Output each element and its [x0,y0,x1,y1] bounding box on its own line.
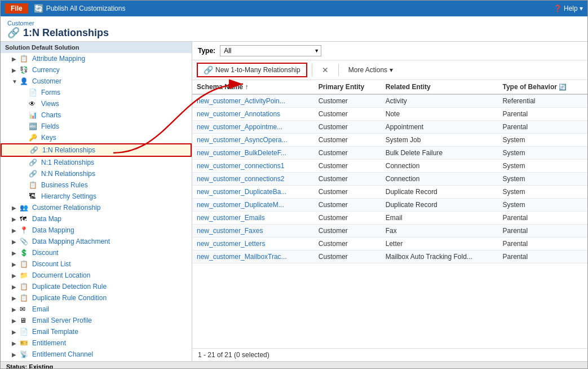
type-select-wrapper: All Custom Customizable Standard [220,45,321,56]
sidebar-item-duplicate-detection-rule[interactable]: ▶ 📋 Duplicate Detection Rule [1,281,192,292]
cell-schema-name[interactable]: new_customer_connections2 [192,173,314,186]
sidebar-item-attr-mapping[interactable]: ▶ 📋 Attribute Mapping [1,53,192,64]
sidebar-item-forms[interactable]: 📄 Forms [1,87,192,98]
cell-schema-name[interactable]: new_customer_Emails [192,212,314,225]
sidebar-item-label: Hierarchy Settings [41,192,96,200]
item-icon: 💲 [20,249,30,257]
table-row[interactable]: new_customer_Faxes Customer Fax Parental [192,225,587,238]
sidebar-item-document-location[interactable]: ▶ 📁 Document Location [1,270,192,281]
table-row[interactable]: new_customer_connections1 Customer Conne… [192,160,587,173]
cell-type-of-behavior: Parental [498,108,587,121]
sidebar-item-entitlement[interactable]: ▶ 🎫 Entitlement [1,337,192,349]
sidebar-item-customer-relationship[interactable]: ▶ 👥 Customer Relationship [1,202,192,213]
col-schema-name[interactable]: Schema Name ↑ [192,80,314,94]
table-row[interactable]: new_customer_DuplicateBa... Customer Dup… [192,186,587,199]
content-area: Type: All Custom Customizable Standard 🔗… [192,42,587,361]
table-row[interactable]: new_customer_Letters Customer Letter Par… [192,238,587,251]
expand-icon [22,147,30,153]
cell-related-entity: Duplicate Record [381,199,498,212]
sidebar-item-keys[interactable]: 🔑 Keys [1,132,192,143]
more-actions-button[interactable]: More Actions ▾ [343,64,398,76]
item-icon: 📋 [20,260,30,268]
new-relationship-button[interactable]: 🔗 New 1-to-Many Relationship [197,63,307,77]
sidebar-item-email[interactable]: ▶ ✉ Email [1,304,192,315]
relationships-table-area: Schema Name ↑ Primary Entity Related Ent… [192,80,587,348]
table-row[interactable]: new_customer_ActivityPoin... Customer Ac… [192,94,587,108]
cell-schema-name[interactable]: new_customer_DuplicateBa... [192,186,314,199]
cell-schema-name[interactable]: new_customer_MailboxTrac... [192,251,314,263]
table-row[interactable]: new_customer_MailboxTrac... Customer Mai… [192,251,587,263]
sidebar-item-data-mapping-attachment[interactable]: ▶ 📎 Data Mapping Attachment [1,236,192,247]
sidebar-item-hierarchy-settings[interactable]: 🏗 Hierarchy Settings [1,191,192,202]
toolbar: 🔗 New 1-to-Many Relationship ✕ More Acti… [192,60,587,80]
sidebar-item-1n-relationships[interactable]: 🔗 1:N Relationships [1,143,192,157]
expand-icon [21,160,29,166]
cell-schema-name[interactable]: new_customer_AsyncOpera... [192,134,314,147]
cell-schema-name[interactable]: new_customer_DuplicateM... [192,199,314,212]
new-relationship-icon: 🔗 [204,65,213,74]
breadcrumb: Customer [7,20,581,27]
sidebar-item-charts[interactable]: 📊 Charts [1,109,192,121]
cell-schema-name[interactable]: new_customer_BulkDeleteF... [192,147,314,160]
sidebar-item-nn-relationships[interactable]: 🔗 N:N Relationships [1,168,192,179]
sidebar-item-entitlement-channel[interactable]: ▶ 📡 Entitlement Channel [1,349,192,360]
sidebar-item-email-template[interactable]: ▶ 📄 Email Template [1,326,192,337]
item-icon: 🖥 [20,317,30,324]
item-icon: 🔑 [29,134,39,142]
table-row[interactable]: new_customer_Appointme... Customer Appoi… [192,121,587,134]
sidebar-item-fields[interactable]: 🔤 Fields [1,121,192,132]
expand-icon: ▶ [12,205,20,211]
top-bar: File 🔄 Publish All Customizations ❓ Help… [1,1,587,16]
sidebar-item-label: Email Server Profile [32,317,92,324]
cell-schema-name[interactable]: new_customer_Annotations [192,108,314,121]
type-row: Type: All Custom Customizable Standard [192,42,587,60]
sidebar-item-business-rules[interactable]: 📋 Business Rules [1,179,192,191]
sidebar-item-customer[interactable]: ▼ 👤 Customer [1,76,192,87]
cell-type-of-behavior: Referential [498,94,587,108]
help-button[interactable]: ❓ Help ▾ [554,5,583,12]
expand-icon: ▶ [12,306,20,313]
publish-action[interactable]: 🔄 Publish All Customizations [34,4,126,13]
sidebar-item-email-server-profile[interactable]: ▶ 🖥 Email Server Profile [1,315,192,326]
sidebar-item-label: Email Template [32,328,78,336]
help-icon: ❓ [554,5,562,12]
cell-type-of-behavior: System [498,134,587,147]
sidebar-item-currency[interactable]: ▶ 💱 Currency [1,64,192,76]
sidebar-item-label: Discount List [32,260,71,268]
sidebar-item-n1-relationships[interactable]: 🔗 N:1 Relationships [1,157,192,168]
item-icon: 📊 [29,111,39,119]
table-row[interactable]: new_customer_Annotations Customer Note P… [192,108,587,121]
sidebar-item-data-mapping[interactable]: ▶ 📍 Data Mapping [1,225,192,236]
cell-primary-entity: Customer [314,134,381,147]
table-row[interactable]: new_customer_connections2 Customer Conne… [192,173,587,186]
expand-icon: ▶ [12,329,20,335]
cell-schema-name[interactable]: new_customer_Letters [192,238,314,251]
cell-schema-name[interactable]: new_customer_connections1 [192,160,314,173]
file-button[interactable]: File [5,3,28,14]
sidebar-item-views[interactable]: 👁 Views [1,98,192,109]
table-row[interactable]: new_customer_DuplicateM... Customer Dupl… [192,199,587,212]
cell-schema-name[interactable]: new_customer_Appointme... [192,121,314,134]
refresh-icon[interactable]: 🔄 [559,84,567,90]
sidebar-item-discount[interactable]: ▶ 💲 Discount [1,247,192,258]
status-bar: Status: Existing [1,361,587,369]
cell-type-of-behavior: Parental [498,212,587,225]
expand-icon: ▶ [12,67,20,73]
table-row[interactable]: new_customer_Emails Customer Email Paren… [192,212,587,225]
cell-type-of-behavior: System [498,186,587,199]
cell-schema-name[interactable]: new_customer_ActivityPoin... [192,94,314,108]
delete-button[interactable]: ✕ [317,63,334,77]
cell-related-entity: Bulk Delete Failure [381,147,498,160]
sidebar-item-data-map[interactable]: ▶ 🗺 Data Map [1,213,192,225]
expand-icon: ▶ [12,227,20,234]
sidebar-item-discount-list[interactable]: ▶ 📋 Discount List [1,258,192,270]
item-icon: 🗺 [20,215,30,223]
cell-type-of-behavior: System [498,173,587,186]
type-select[interactable]: All Custom Customizable Standard [220,45,321,56]
table-row[interactable]: new_customer_BulkDeleteF... Customer Bul… [192,147,587,160]
cell-schema-name[interactable]: new_customer_Faxes [192,225,314,238]
table-row[interactable]: new_customer_AsyncOpera... Customer Syst… [192,134,587,147]
item-icon: 📡 [20,350,30,358]
sidebar-item-duplicate-rule-condition[interactable]: ▶ 📋 Duplicate Rule Condition [1,292,192,304]
cell-type-of-behavior: System [498,199,587,212]
